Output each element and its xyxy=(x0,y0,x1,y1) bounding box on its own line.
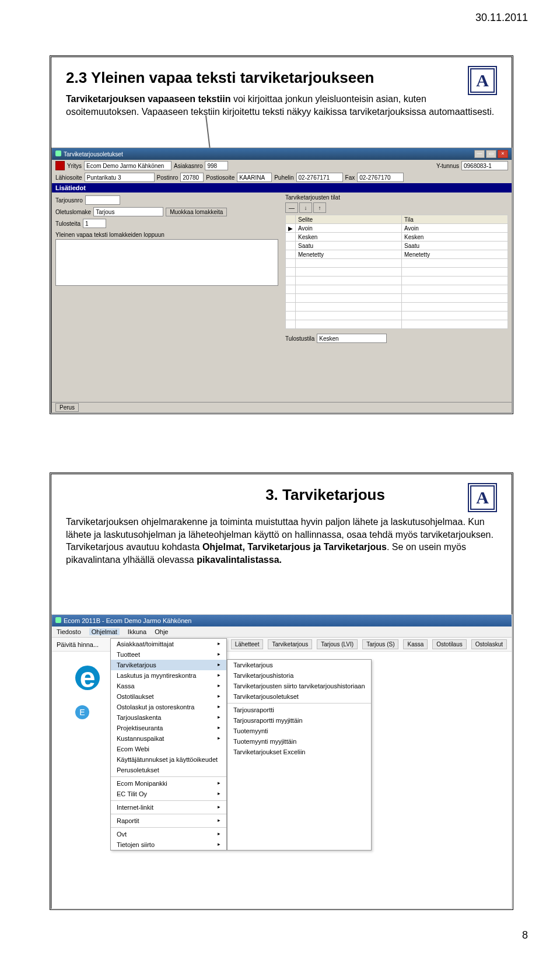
ecom-logo-icon: e xyxy=(75,662,100,694)
window-title: Tarviketarjousoletukset xyxy=(64,151,123,158)
menu-item[interactable]: Ecom Webi xyxy=(111,744,226,754)
submenu-item[interactable]: Tarjousraportti xyxy=(228,705,371,715)
posti-input[interactable]: KAARINA xyxy=(237,173,272,182)
page-date: 30.11.2011 xyxy=(475,12,528,24)
slide2-body: Tarviketarjouksen ohjelmarakenne ja toim… xyxy=(66,516,497,566)
puh-label: Puhelin xyxy=(274,174,293,181)
menu-item[interactable]: Internet-linkit xyxy=(111,802,226,813)
body-bold: Tarviketarjouksen vapaaseen tekstiin xyxy=(66,94,231,104)
slide-1: A 2.3 Yleinen vapaa teksti tarviketarjou… xyxy=(50,55,513,414)
table-row[interactable]: MenetettyMenetetty xyxy=(286,250,508,259)
company-icon xyxy=(55,161,65,170)
statusbar: Perus xyxy=(52,402,512,412)
tulostustila-label: Tulostustila xyxy=(285,335,314,342)
table-row[interactable]: ▶AvoinAvoin xyxy=(286,224,508,233)
tab-ostotilaus[interactable]: Ostotilaus xyxy=(432,639,466,649)
menu-ohjelmat[interactable]: Ohjelmat xyxy=(89,628,120,635)
menu-item[interactable]: Käyttäjätunnukset ja käyttöoikeudet xyxy=(111,754,226,765)
tulosteita-label: Tulosteita xyxy=(55,220,80,227)
yritys-label: Yritys xyxy=(67,163,82,169)
body-bold2: pikavalintalistassa. xyxy=(197,555,282,565)
submenu-item[interactable]: Tarviketarjousten siirto tarviketarjoush… xyxy=(228,681,371,691)
menu-item[interactable]: EC Tilit Oy xyxy=(111,789,226,799)
asiakasnro-input[interactable]: 998 xyxy=(205,161,228,170)
tarjousnro-input[interactable] xyxy=(85,195,120,205)
tulosteita-input[interactable]: 1 xyxy=(83,219,106,228)
logo-letter: A xyxy=(476,488,489,508)
freetext-textarea[interactable] xyxy=(55,239,278,286)
menu-item[interactable]: Kustannuspaikat xyxy=(111,733,226,744)
window-title: Ecom 2011B - Ecom Demo Jarmo Kähkönen xyxy=(64,617,192,624)
tarjousnro-label: Tarjousnro xyxy=(55,197,83,204)
submenu-item[interactable]: Tarviketarjoushistoria xyxy=(228,670,371,681)
tulostustila-select[interactable]: Kesken xyxy=(317,334,387,343)
minus-button[interactable]: — xyxy=(285,202,298,213)
body-bold1: Ohjelmat, Tarviketarjous ja Tarviketarjo… xyxy=(202,542,387,552)
menu-ikkuna[interactable]: Ikkuna xyxy=(128,628,146,635)
tab-ostolaskut[interactable]: Ostolaskut xyxy=(471,639,507,649)
menu-item[interactable]: Tuotteet xyxy=(111,649,226,660)
submenu-item[interactable]: Tarviketarjousoletukset xyxy=(228,691,371,702)
col-tila: Tila xyxy=(402,215,508,224)
menu-item[interactable]: Kassa xyxy=(111,681,226,691)
paivita-label: Päivitä hinna... xyxy=(57,641,99,648)
posti-label: Postiosoite xyxy=(206,174,235,181)
logo-icon: A xyxy=(468,66,497,95)
up-button[interactable]: ↑ xyxy=(313,202,326,213)
menu-item[interactable]: Laskutus ja myyntireskontra xyxy=(111,670,226,681)
menu-item[interactable]: Raportit xyxy=(111,816,226,826)
oletuslomake-input[interactable]: Tarjous xyxy=(93,207,163,216)
yritys-input[interactable]: Ecom Demo Jarmo Kähkönen xyxy=(84,161,172,170)
menu-item[interactable]: Ostolaskut ja ostoreskontra xyxy=(111,702,226,712)
maximize-button[interactable]: ▭ xyxy=(486,150,496,158)
menu-item[interactable]: Ecom Monipankki xyxy=(111,778,226,789)
submenu-item[interactable]: Tarviketarjoukset Exceliin xyxy=(228,747,371,757)
postinro-input[interactable]: 20780 xyxy=(180,173,204,182)
browser-tab-icon: E xyxy=(75,705,89,719)
app-screenshot-1: Tarviketarjousoletukset — ▭ × Yritys Eco… xyxy=(51,148,512,413)
window-titlebar: Tarviketarjousoletukset — ▭ × xyxy=(52,148,512,160)
lahi-label: Lähiosoite xyxy=(55,174,82,181)
app-icon xyxy=(55,617,61,623)
menu-item[interactable]: Asiakkaat/toimittajat xyxy=(111,639,226,649)
section-lisatiedot: Lisätiedot xyxy=(52,183,512,192)
menu-item[interactable]: Tarjouslaskenta xyxy=(111,712,226,723)
header-row2: Lähiosoite Puntarikatu 3 Postinro 20780 … xyxy=(52,172,512,183)
submenu-item[interactable]: Tuotemyynti myyjittäin xyxy=(228,736,371,747)
fax-input[interactable]: 02-2767170 xyxy=(357,173,404,182)
asiakasnro-label: Asiakasnro xyxy=(174,163,202,169)
submenu-item[interactable]: Tarviketarjous xyxy=(228,660,371,670)
menu-item[interactable]: Perusoletukset xyxy=(111,765,226,775)
ytunnus-input[interactable]: 0968083-1 xyxy=(461,161,508,170)
menu-item[interactable]: Ostotilaukset xyxy=(111,691,226,702)
menu-item[interactable]: Tietojen siirto xyxy=(111,839,226,850)
menu-item[interactable]: Projektiseuranta xyxy=(111,723,226,733)
fax-label: Fax xyxy=(345,174,355,181)
ytunnus-label: Y-tunnus xyxy=(436,163,459,169)
header-row1: Yritys Ecom Demo Jarmo Kähkönen Asiakasn… xyxy=(52,160,512,172)
lahi-input[interactable]: Puntarikatu 3 xyxy=(85,173,155,182)
yleinen-label: Yleinen vapaa teksti lomakkeiden loppuun xyxy=(55,232,278,238)
page-number: 8 xyxy=(522,929,528,942)
submenu-item[interactable]: Tuotemyynti xyxy=(228,726,371,736)
table-row[interactable]: KeskenKesken xyxy=(286,233,508,242)
statusbar-tab[interactable]: Perus xyxy=(55,403,79,412)
menu-ohje[interactable]: Ohje xyxy=(155,628,168,635)
menu-item[interactable]: Ovt xyxy=(111,829,226,839)
slide1-title: 2.3 Yleinen vapaa teksti tarviketarjouks… xyxy=(66,69,497,87)
menu-item-tarviketarjous[interactable]: Tarviketarjous xyxy=(111,660,226,670)
main-dropdown: Asiakkaat/toimittajat Tuotteet Tarviketa… xyxy=(110,638,227,850)
menu-tiedosto[interactable]: Tiedosto xyxy=(57,628,81,635)
tilat-heading: Tarviketarjousten tilat xyxy=(285,194,508,201)
table-row[interactable]: SaatuSaatu xyxy=(286,242,508,250)
close-button[interactable]: × xyxy=(498,150,508,158)
tab-kassa[interactable]: Kassa xyxy=(403,639,428,649)
postinro-label: Postinro xyxy=(157,174,178,181)
down-button[interactable]: ↓ xyxy=(299,202,312,213)
submenu-item[interactable]: Tarjousraportti myyjittäin xyxy=(228,715,371,726)
logo-letter: A xyxy=(476,71,489,90)
puh-input[interactable]: 02-2767171 xyxy=(296,173,343,182)
app-icon xyxy=(55,150,61,156)
minimize-button[interactable]: — xyxy=(474,150,485,158)
muokkaa-button[interactable]: Muokkaa lomakkeita xyxy=(166,208,227,216)
